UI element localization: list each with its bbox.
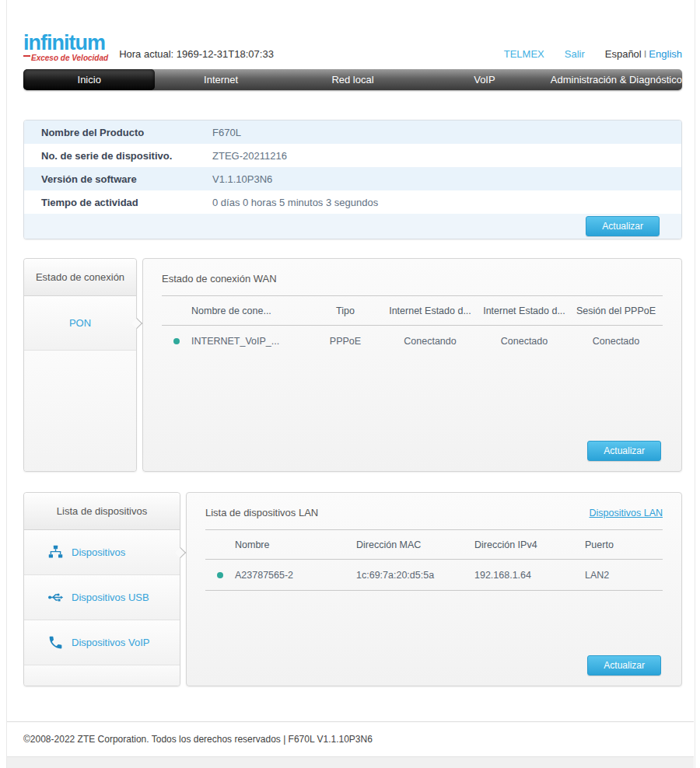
logo-title: infinitum <box>23 33 108 54</box>
lan-device-panel: Lista de dispositivos LAN Dispositivos L… <box>186 492 682 686</box>
sidebar-empty-area <box>24 665 180 686</box>
cell-mac-address: 1c:69:7a:20:d5:5a <box>356 570 474 581</box>
cell-device-name: A23787565-2 <box>235 570 356 581</box>
lan-panel-title: Lista de dispositivos LAN <box>205 507 318 518</box>
page-right-border <box>695 0 695 768</box>
cell-pppoe-session: Conectado <box>569 336 663 347</box>
col-header-nombre: Nombre <box>235 539 356 550</box>
wan-table-header-row: Nombre de cone... Tipo Internet Estado d… <box>162 296 663 326</box>
cell-type: PPPoE <box>310 336 381 347</box>
sidebar-item-label: Dispositivos VoIP <box>72 637 149 648</box>
info-label: Versión de software <box>24 173 212 185</box>
header-links: TELMEX Salir EspañolIEnglish <box>504 48 682 62</box>
usb-icon <box>47 589 64 606</box>
active-item-arrow-icon <box>175 546 186 557</box>
status-cell <box>162 338 191 344</box>
lan-table-header-row: Nombre Dirección MAC Dirección IPv4 Puer… <box>205 530 663 560</box>
col-header-ipv4: Dirección IPv4 <box>474 539 585 550</box>
wan-sidebar-title: Estado de conexión WAN <box>24 259 136 296</box>
info-label: No. de serie de dispositivo. <box>24 150 212 162</box>
sidebar-item-dispositivos[interactable]: Dispositivos <box>24 530 180 575</box>
bottom-strip <box>6 757 694 768</box>
phone-icon <box>47 634 64 651</box>
main-nav: Inicio Internet Red local VoIP Administr… <box>23 69 682 90</box>
footer-copyright: ©2008-2022 ZTE Corporation. Todos los de… <box>6 722 694 757</box>
info-label: Tiempo de actividad <box>24 197 212 208</box>
col-header-mac: Dirección MAC <box>356 539 474 550</box>
sidebar-item-label: Dispositivos <box>72 546 125 558</box>
sidebar-item-label: PON <box>69 317 91 329</box>
language-english[interactable]: English <box>649 48 682 60</box>
cell-port: LAN2 <box>585 570 663 581</box>
infinitum-logo: infinitum Exceso de Velocidad <box>23 33 108 62</box>
col-header-type: Tipo <box>310 305 381 316</box>
info-label: Nombre del Producto <box>24 127 212 138</box>
tab-internet[interactable]: Internet <box>155 69 286 90</box>
info-value: V1.1.10P3N6 <box>212 173 272 185</box>
lan-section: Lista de dispositivos Dispositivos <box>23 492 682 686</box>
sidebar-item-pon[interactable]: PON <box>24 296 136 351</box>
sidebar-item-dispositivos-voip[interactable]: Dispositivos VoIP <box>24 620 180 665</box>
page-left-border <box>6 0 7 768</box>
header: infinitum Exceso de Velocidad Hora actua… <box>23 26 682 62</box>
refresh-wan-button[interactable]: Actualizar <box>587 441 661 461</box>
page-content: infinitum Exceso de Velocidad Hora actua… <box>0 0 700 686</box>
col-header-internet-state-1: Internet Estado d... <box>381 305 479 316</box>
cell-internet-state-1: Conectando <box>381 336 479 347</box>
language-spanish[interactable]: Español <box>605 48 642 60</box>
tab-red-local[interactable]: Red local <box>287 69 418 90</box>
refresh-lan-button[interactable]: Actualizar <box>587 655 661 675</box>
active-item-arrow-icon <box>131 317 142 328</box>
col-header-pppoe-session: Sesión del PPPoE <box>569 305 663 316</box>
tab-inicio[interactable]: Inicio <box>23 69 155 90</box>
status-cell <box>205 572 235 578</box>
info-value: F670L <box>212 127 241 138</box>
cell-connection-name: INTERNET_VoIP_... <box>191 336 310 347</box>
info-button-row: Actualizar <box>24 214 681 239</box>
sidebar-empty-area <box>24 351 136 471</box>
wan-section: Estado de conexión WAN PON Estado de con… <box>23 258 682 472</box>
current-time-label: Hora actual: 1969-12-31T18:07:33 <box>119 48 274 62</box>
dispositivos-lan-link[interactable]: Dispositivos LAN <box>590 508 663 518</box>
lan-sidebar: Lista de dispositivos Dispositivos <box>23 492 180 686</box>
wan-sidebar: Estado de conexión WAN PON <box>23 258 137 472</box>
info-row-serial-number: No. de serie de dispositivo. ZTEG-202112… <box>24 144 681 167</box>
info-value: ZTEG-20211216 <box>212 150 287 162</box>
language-separator: I <box>644 48 647 60</box>
wan-panel-title: Estado de conexión WAN <box>162 273 277 285</box>
language-switcher: EspañolIEnglish <box>605 48 682 60</box>
logo-subtitle: Exceso de Velocidad <box>23 54 108 62</box>
refresh-device-info-button[interactable]: Actualizar <box>586 216 660 236</box>
cell-internet-state-2: Conectado <box>479 336 569 347</box>
footer: ©2008-2022 ZTE Corporation. Todos los de… <box>6 721 694 768</box>
info-row-product-name: Nombre del Producto F670L <box>24 120 681 144</box>
status-connected-dot-icon <box>217 572 223 578</box>
col-header-connection-name: Nombre de cone... <box>191 305 310 316</box>
tab-voip[interactable]: VoIP <box>418 69 550 90</box>
info-value: 0 días 0 horas 5 minutos 3 segundos <box>212 197 378 208</box>
wan-panel-title-row: Estado de conexión WAN <box>162 273 663 285</box>
device-info-card: Nombre del Producto F670L No. de serie d… <box>23 120 682 239</box>
status-connected-dot-icon <box>173 338 180 344</box>
logout-link[interactable]: Salir <box>565 48 585 60</box>
info-row-software-version: Versión de software V1.1.10P3N6 <box>24 167 681 190</box>
lan-panel-title-row: Lista de dispositivos LAN Dispositivos L… <box>205 507 663 518</box>
lan-table-row: A23787565-2 1c:69:7a:20:d5:5a 192.168.1.… <box>205 560 663 591</box>
telmex-link[interactable]: TELMEX <box>504 48 544 60</box>
wan-table-row: INTERNET_VoIP_... PPPoE Conectando Conec… <box>162 326 663 356</box>
sidebar-item-label: Dispositivos USB <box>72 592 149 603</box>
info-row-uptime: Tiempo de actividad 0 días 0 horas 5 min… <box>24 190 681 214</box>
wan-status-panel: Estado de conexión WAN Nombre de cone...… <box>142 258 682 472</box>
col-header-internet-state-2: Internet Estado d... <box>479 305 569 316</box>
network-icon <box>47 544 64 560</box>
col-header-puerto: Puerto <box>585 539 663 550</box>
lan-sidebar-title: Lista de dispositivos <box>24 493 180 530</box>
cell-ipv4-address: 192.168.1.64 <box>474 570 585 581</box>
tab-administracion-diagnostico[interactable]: Administración & Diagnóstico <box>551 69 682 90</box>
sidebar-item-dispositivos-usb[interactable]: Dispositivos USB <box>24 575 180 620</box>
